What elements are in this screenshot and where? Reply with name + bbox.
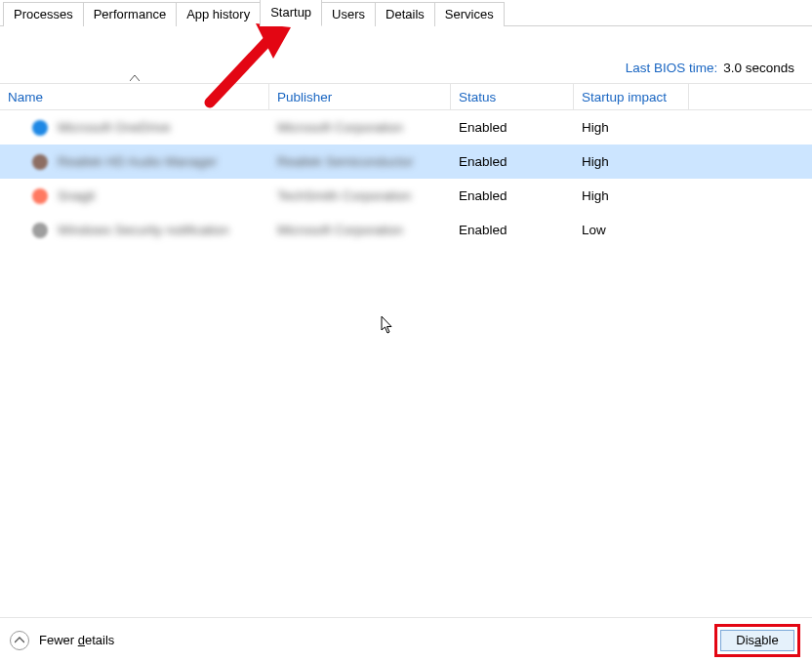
column-header-name-label: Name: [8, 90, 43, 104]
column-header-status[interactable]: Status: [451, 84, 574, 109]
table-row[interactable]: Realtek HD Audio Manager Realtek Semicon…: [0, 145, 812, 179]
bios-time-value: 3.0 seconds: [723, 61, 794, 75]
tab-startup[interactable]: Startup: [260, 0, 322, 26]
tab-app-history[interactable]: App history: [176, 2, 261, 26]
table-row[interactable]: Snagit TechSmith Corporation Enabled Hig…: [0, 179, 812, 213]
startup-items-list: Microsoft OneDrive Microsoft Corporation…: [0, 110, 812, 247]
column-header-impact[interactable]: Startup impact: [574, 84, 689, 109]
column-header-status-label: Status: [459, 90, 496, 104]
status-value: Enabled: [451, 223, 574, 237]
app-name-blurred: Microsoft OneDrive: [58, 120, 171, 135]
fewer-details-button[interactable]: Fewer details: [10, 631, 114, 650]
tab-processes[interactable]: Processes: [3, 2, 84, 26]
column-header-publisher-label: Publisher: [277, 90, 332, 104]
app-icon: [32, 154, 48, 170]
publisher-blurred: Realtek Semiconductor: [277, 154, 414, 169]
tab-details[interactable]: Details: [375, 2, 435, 26]
task-manager-window: Processes Performance App history Startu…: [0, 0, 812, 662]
app-icon: [32, 120, 48, 136]
status-value: Enabled: [451, 188, 574, 203]
app-icon: [32, 188, 48, 204]
column-header-name[interactable]: Name: [0, 84, 269, 109]
status-value: Enabled: [451, 120, 574, 135]
chevron-up-circle-icon: [10, 631, 29, 650]
bios-time-row: Last BIOS time: 3.0 seconds: [0, 26, 812, 83]
publisher-blurred: Microsoft Corporation: [277, 120, 403, 135]
table-row[interactable]: Microsoft OneDrive Microsoft Corporation…: [0, 110, 812, 145]
disable-button[interactable]: Disable: [720, 630, 794, 651]
impact-value: High: [574, 120, 689, 135]
publisher-blurred: Microsoft Corporation: [277, 223, 403, 237]
impact-value: Low: [574, 223, 689, 237]
column-header-publisher[interactable]: Publisher: [269, 84, 451, 109]
sort-ascending-icon: [130, 72, 140, 83]
impact-value: High: [574, 188, 689, 203]
app-name-blurred: Snagit: [58, 188, 95, 203]
tab-bar: Processes Performance App history Startu…: [0, 0, 812, 26]
annotation-highlight-box: Disable: [714, 624, 800, 657]
footer-bar: Fewer details Disable: [0, 617, 812, 662]
app-icon: [32, 223, 48, 238]
table-row[interactable]: Windows Security notification Microsoft …: [0, 213, 812, 247]
app-name-blurred: Realtek HD Audio Manager: [58, 154, 218, 169]
fewer-details-label: Fewer details: [39, 633, 114, 647]
tab-performance[interactable]: Performance: [83, 2, 177, 26]
tab-services[interactable]: Services: [434, 2, 505, 26]
tab-users[interactable]: Users: [321, 2, 376, 26]
status-value: Enabled: [451, 154, 574, 169]
column-header-spacer: [689, 84, 812, 109]
impact-value: High: [574, 154, 689, 169]
publisher-blurred: TechSmith Corporation: [277, 188, 411, 203]
column-headers: Name Publisher Status Startup impact: [0, 83, 812, 110]
column-header-impact-label: Startup impact: [582, 90, 667, 104]
empty-body-area: [0, 247, 812, 617]
bios-time-label: Last BIOS time:: [626, 61, 718, 75]
disable-button-label: Disable: [736, 633, 778, 647]
app-name-blurred: Windows Security notification: [58, 223, 229, 237]
